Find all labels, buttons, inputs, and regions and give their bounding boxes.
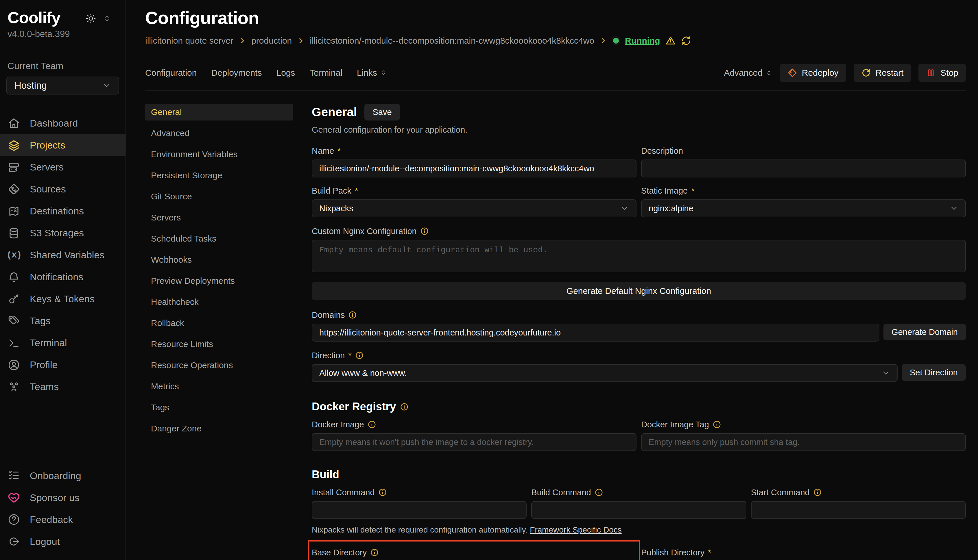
custom-nginx-textarea[interactable] [312,240,966,272]
static-image-select[interactable]: nginx:alpine [641,199,966,217]
sidebar-item-label: S3 Storages [30,227,84,239]
base-directory-field: Base Directory [312,546,637,560]
sidebar-item-label: Projects [30,140,65,151]
subnav-item-general[interactable]: General [145,104,293,120]
sidebar-item-feedback[interactable]: Feedback [0,508,125,530]
subnav-item-resource-operations[interactable]: Resource Operations [145,357,293,373]
info-icon[interactable] [355,351,364,360]
layers-icon [8,139,20,152]
required-marker: * [691,186,694,196]
tab-configuration[interactable]: Configuration [145,68,197,78]
advanced-dropdown[interactable]: Advanced [724,68,772,78]
team-select[interactable]: Hosting [7,77,119,95]
subnav-item-advanced[interactable]: Advanced [145,125,293,142]
subnav-item-metrics[interactable]: Metrics [145,378,293,395]
tab-deployments[interactable]: Deployments [211,68,262,78]
build-command-input[interactable] [531,501,746,519]
sidebar-item-label: Destinations [30,205,84,217]
sidebar-item-logout[interactable]: Logout [0,530,125,552]
direction-value: Allow www & non-www. [319,368,407,378]
logout-icon [8,535,20,548]
generate-domain-button[interactable]: Generate Domain [883,323,966,340]
restart-button[interactable]: Restart [854,64,911,82]
status-running-link[interactable]: Running [625,36,660,46]
sidebar-item-projects[interactable]: Projects [0,134,125,156]
info-icon[interactable] [400,403,409,411]
subnav-item-tags[interactable]: Tags [145,399,293,416]
sidebar-item-onboarding[interactable]: Onboarding [0,465,125,487]
sidebar-item-servers[interactable]: Servers [0,156,125,178]
breadcrumb-environment[interactable]: production [251,36,292,46]
subnav-item-danger-zone[interactable]: Danger Zone [145,420,293,437]
description-input[interactable] [641,160,966,177]
framework-docs-link[interactable]: Framework Specific Docs [530,525,622,534]
sidebar-item-label: Teams [30,381,59,392]
subnav-item-preview-deployments[interactable]: Preview Deployments [145,272,293,289]
required-marker: * [338,146,341,156]
tab-links[interactable]: Links [357,68,387,78]
subnav-item-git-source[interactable]: Git Source [145,188,293,205]
sidebar-item-label: Notifications [30,271,83,283]
subnav-item-persistent-storage[interactable]: Persistent Storage [145,167,293,184]
docker-image-input[interactable] [312,433,637,451]
set-direction-button[interactable]: Set Direction [902,364,966,381]
tab-terminal[interactable]: Terminal [310,68,343,78]
subnav-item-rollback[interactable]: Rollback [145,315,293,332]
save-button[interactable]: Save [364,104,400,120]
sidebar-item-notifications[interactable]: Notifications [0,266,125,288]
stop-button[interactable]: Stop [918,64,966,82]
sidebar-item-label: Keys & Tokens [30,293,95,305]
restart-icon [861,68,871,78]
warning-triangle-icon[interactable] [665,35,676,46]
redeploy-icon [787,68,797,78]
info-icon[interactable] [378,488,387,497]
start-command-input[interactable] [751,501,966,519]
sidebar-item-teams[interactable]: Teams [0,376,125,398]
refresh-icon[interactable] [681,35,691,46]
subnav-item-scheduled-tasks[interactable]: Scheduled Tasks [145,230,293,247]
subnav-item-healthcheck[interactable]: Healthcheck [145,293,293,310]
sidebar-item-s3-storages[interactable]: S3 Storages [0,222,125,244]
sidebar-item-destinations[interactable]: Destinations [0,200,125,222]
status-dot [612,37,620,45]
build-pack-select[interactable]: Nixpacks [312,199,637,217]
info-icon[interactable] [348,311,357,319]
subnav-item-webhooks[interactable]: Webhooks [145,252,293,268]
subnav-item-environment-variables[interactable]: Environment Variables [145,146,293,163]
info-icon[interactable] [420,227,429,235]
tab-logs[interactable]: Logs [276,68,295,78]
docker-image-tag-input[interactable] [641,433,966,451]
name-input[interactable] [312,160,637,177]
sidebar-item-keys-tokens[interactable]: Keys & Tokens [0,288,125,310]
install-command-input[interactable] [312,501,527,519]
install-command-label: Install Command [312,488,375,497]
domains-input[interactable] [312,323,879,342]
breadcrumb-project[interactable]: illicitonion quote server [145,36,233,46]
sidebar-item-terminal[interactable]: Terminal [0,332,125,354]
sidebar-item-tags[interactable]: Tags [0,310,125,332]
info-icon[interactable] [370,548,379,557]
info-icon[interactable] [595,488,603,497]
sidebar-item-sources[interactable]: Sources [0,178,125,200]
sidebar-item-sponsor[interactable]: Sponsor us [0,487,125,508]
theme-toggle-sun-icon[interactable] [85,13,96,24]
sidebar-item-profile[interactable]: Profile [0,354,125,376]
sidebar-item-shared-variables[interactable]: (x) Shared Variables [0,244,125,266]
sidebar-nav: Dashboard Projects Servers Sources Desti… [0,112,125,398]
info-icon[interactable] [813,488,822,497]
version-selector-icon[interactable] [103,15,111,23]
variables-icon: (x) [8,249,20,261]
subnav-item-resource-limits[interactable]: Resource Limits [145,336,293,353]
checklist-icon [8,470,20,482]
info-icon[interactable] [368,420,376,429]
info-icon[interactable] [712,420,721,429]
redeploy-button[interactable]: Redeploy [780,64,846,82]
key-icon [8,293,20,305]
direction-select[interactable]: Allow www & non-www. [312,364,898,382]
docker-image-label: Docker Image [312,420,364,429]
subnav-item-servers[interactable]: Servers [145,209,293,226]
breadcrumb-application[interactable]: illicitestonion/-module--decomposition:m… [310,36,594,46]
build-pack-label: Build Pack [312,186,351,196]
generate-nginx-config-button[interactable]: Generate Default Nginx Configuration [312,282,966,300]
sidebar-item-dashboard[interactable]: Dashboard [0,112,125,134]
